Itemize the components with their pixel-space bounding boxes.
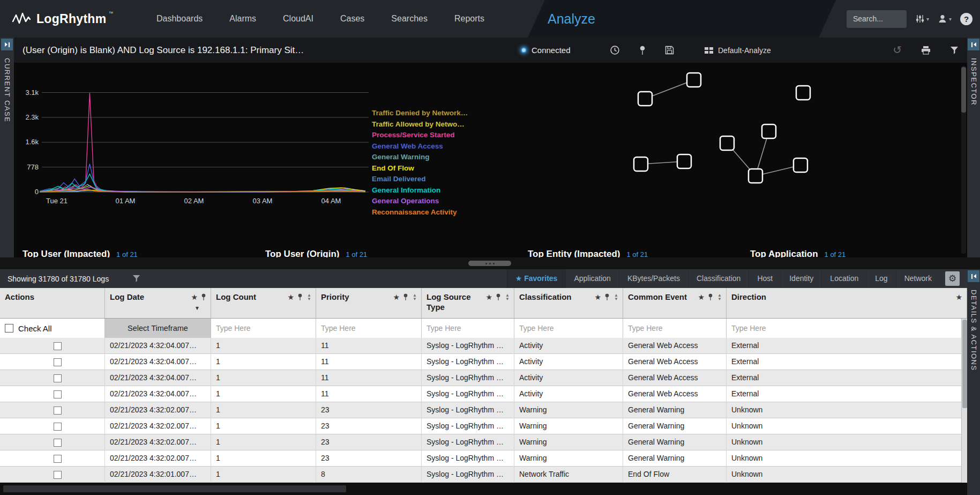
favorite-star-icon[interactable]: ★ xyxy=(698,293,705,301)
graph-node[interactable] xyxy=(794,158,807,172)
favorite-star-icon[interactable]: ★ xyxy=(486,293,493,301)
column-header-direction[interactable]: Direction★ xyxy=(727,288,967,318)
row-checkbox[interactable] xyxy=(54,407,62,415)
widget-pager[interactable]: 1 of 21 xyxy=(116,250,138,257)
details-actions-label[interactable]: DETAILS & ACTIONS xyxy=(970,290,978,371)
table-row[interactable]: 02/21/2023 4:32:04.007…111Syslog - LogRh… xyxy=(0,370,967,386)
tab-identity[interactable]: Identity xyxy=(781,269,821,288)
expand-current-case-button[interactable] xyxy=(1,39,13,50)
widget-pager[interactable]: 1 of 21 xyxy=(627,250,648,257)
tab-location[interactable]: Location xyxy=(821,269,866,288)
filter-input-common-event[interactable]: Type Here xyxy=(623,319,727,338)
pin-icon[interactable] xyxy=(708,293,713,301)
timeframe-select-button[interactable]: Select Timeframe xyxy=(105,319,211,338)
sort-arrows-icon[interactable]: ▲▼ xyxy=(307,293,311,301)
pin-icon[interactable] xyxy=(604,293,610,301)
nav-item-dashboards[interactable]: Dashboards xyxy=(156,14,203,24)
row-checkbox[interactable] xyxy=(54,439,62,447)
tab-log[interactable]: Log xyxy=(866,269,895,288)
table-row[interactable]: 02/21/2023 4:32:04.007…111Syslog - LogRh… xyxy=(0,354,967,370)
filter-input-log-source-type[interactable]: Type Here xyxy=(422,319,514,338)
horizontal-scrollbar-handle[interactable] xyxy=(3,485,346,492)
column-header-log-date[interactable]: Log Date▼★ xyxy=(105,288,211,318)
filter-input-classification[interactable]: Type Here xyxy=(514,319,623,338)
table-row[interactable]: 02/21/2023 4:32:02.007…123Syslog - LogRh… xyxy=(0,402,967,418)
table-row[interactable]: 02/21/2023 4:32:04.007…111Syslog - LogRh… xyxy=(0,338,967,354)
tab-network[interactable]: Network xyxy=(896,269,940,288)
favorite-star-icon[interactable]: ★ xyxy=(955,293,962,301)
graph-node[interactable] xyxy=(677,154,691,168)
user-menu-button[interactable]: ▾ xyxy=(938,14,952,24)
column-header-log-count[interactable]: Log Count★▲▼ xyxy=(211,288,316,318)
panel-scrollbar-handle[interactable] xyxy=(961,67,966,113)
favorite-star-icon[interactable]: ★ xyxy=(288,293,295,301)
row-checkbox[interactable] xyxy=(54,471,62,479)
nav-item-cases[interactable]: Cases xyxy=(340,14,364,24)
pin-icon[interactable] xyxy=(201,293,206,301)
favorite-star-icon[interactable]: ★ xyxy=(595,293,602,301)
layout-select[interactable]: Default-Analyze xyxy=(704,38,771,63)
time-range-button[interactable] xyxy=(610,45,620,55)
current-case-label[interactable]: CURRENT CASE xyxy=(3,58,11,122)
expand-inspector-button[interactable] xyxy=(968,39,979,50)
expand-details-button[interactable] xyxy=(968,270,979,282)
row-checkbox[interactable] xyxy=(54,358,62,366)
sort-arrows-icon[interactable]: ▲▼ xyxy=(413,293,417,301)
tab-application[interactable]: Application xyxy=(565,269,619,288)
brand[interactable]: LogRhythm ™ xyxy=(12,0,113,38)
graph-node[interactable] xyxy=(638,92,652,106)
graph-node[interactable] xyxy=(749,169,762,183)
check-all-checkbox[interactable] xyxy=(5,324,13,333)
tab-classification[interactable]: Classification xyxy=(688,269,749,288)
nav-item-reports[interactable]: Reports xyxy=(454,14,484,24)
search-options-button[interactable]: ▾ xyxy=(915,14,929,23)
table-row[interactable]: 02/21/2023 4:32:01.007…18Syslog - LogRhy… xyxy=(0,467,967,483)
table-row[interactable]: 02/21/2023 4:32:02.007…123Syslog - LogRh… xyxy=(0,434,967,450)
tab-host[interactable]: Host xyxy=(749,269,781,288)
nav-item-analyze[interactable]: Analyze xyxy=(548,0,595,38)
nav-item-searches[interactable]: Searches xyxy=(391,14,428,24)
favorite-star-icon[interactable]: ★ xyxy=(393,293,400,301)
grid-filter-button[interactable] xyxy=(132,275,140,283)
print-button[interactable] xyxy=(921,46,931,55)
sort-arrows-icon[interactable]: ▲▼ xyxy=(614,293,618,301)
table-row[interactable]: 02/21/2023 4:32:02.007…123Syslog - LogRh… xyxy=(0,450,967,467)
graph-node[interactable] xyxy=(762,124,776,138)
row-checkbox[interactable] xyxy=(54,374,62,382)
widget-pager[interactable]: 1 of 21 xyxy=(346,250,368,257)
sort-arrows-icon[interactable]: ▲▼ xyxy=(505,293,510,301)
undo-button[interactable]: ↺ xyxy=(893,45,902,56)
grid-settings-button[interactable]: ⚙ xyxy=(945,271,960,286)
column-header-log-source-type[interactable]: Log Source Type★▲▼ xyxy=(422,288,514,318)
sort-desc-icon[interactable]: ▼ xyxy=(194,305,200,311)
row-checkbox[interactable] xyxy=(54,390,62,398)
filter-input-log-count[interactable]: Type Here xyxy=(211,319,316,338)
row-checkbox[interactable] xyxy=(54,342,62,350)
pin-icon[interactable] xyxy=(297,293,303,301)
column-header-actions[interactable]: Actions xyxy=(0,288,105,318)
favorite-star-icon[interactable]: ★ xyxy=(191,293,198,301)
tab-kbytes-packets[interactable]: KBytes/Packets xyxy=(619,269,688,288)
graph-node[interactable] xyxy=(687,73,701,87)
sort-arrows-icon[interactable]: ▲▼ xyxy=(717,293,722,301)
column-header-classification[interactable]: Classification★▲▼ xyxy=(514,288,623,318)
search-input[interactable] xyxy=(847,10,907,28)
row-checkbox[interactable] xyxy=(54,455,62,463)
pin-icon[interactable] xyxy=(403,293,408,301)
pin-icon[interactable] xyxy=(496,293,501,301)
nav-item-cloudai[interactable]: CloudAI xyxy=(283,14,313,24)
filter-button[interactable] xyxy=(950,46,959,55)
row-checkbox[interactable] xyxy=(54,423,62,431)
table-row[interactable]: 02/21/2023 4:32:04.007…111Syslog - LogRh… xyxy=(0,386,967,402)
divider-resize-handle[interactable] xyxy=(468,261,511,266)
table-row[interactable]: 02/21/2023 4:32:02.007…123Syslog - LogRh… xyxy=(0,418,967,434)
nav-item-alarms[interactable]: Alarms xyxy=(229,14,256,24)
graph-node[interactable] xyxy=(720,136,734,150)
tab-favorites[interactable]: ★ Favorites xyxy=(507,269,566,288)
grid-vertical-scrollbar-handle[interactable] xyxy=(962,320,967,408)
filter-input-priority[interactable]: Type Here xyxy=(316,319,422,338)
widget-pager[interactable]: 1 of 21 xyxy=(825,250,846,257)
filter-input-direction[interactable]: Type Here xyxy=(727,319,967,338)
column-header-priority[interactable]: Priority★▲▼ xyxy=(316,288,422,318)
save-search-button[interactable] xyxy=(665,46,674,55)
